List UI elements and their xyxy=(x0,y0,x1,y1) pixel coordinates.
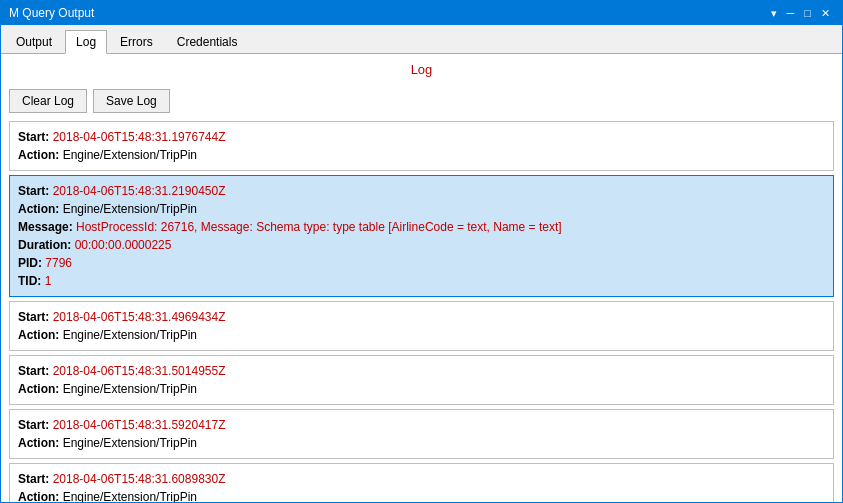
window-title: M Query Output xyxy=(9,6,94,20)
log-field-label: Start: xyxy=(18,130,53,144)
save-log-button[interactable]: Save Log xyxy=(93,89,170,113)
tab-output[interactable]: Output xyxy=(5,30,63,54)
log-field-value: 1 xyxy=(45,274,52,288)
log-field-value: 00:00:00.0000225 xyxy=(75,238,172,252)
log-field-label: Start: xyxy=(18,310,53,324)
log-field-value: HostProcessId: 26716, Message: Schema ty… xyxy=(76,220,562,234)
content-area: Log Clear Log Save Log Start: 2018-04-06… xyxy=(1,54,842,502)
title-bar-controls: ▾ ─ □ ✕ xyxy=(767,5,834,21)
tab-credentials[interactable]: Credentials xyxy=(166,30,249,54)
tab-bar: Output Log Errors Credentials xyxy=(1,25,842,54)
minimize-button[interactable]: ─ xyxy=(783,5,799,21)
log-container[interactable]: Start: 2018-04-06T15:48:31.1976744ZActio… xyxy=(1,121,842,502)
log-field-label: Start: xyxy=(18,184,53,198)
log-field-value: 2018-04-06T15:48:31.1976744Z xyxy=(53,130,226,144)
log-field-value: 2018-04-06T15:48:31.4969434Z xyxy=(53,310,226,324)
log-field-label: Start: xyxy=(18,472,53,486)
log-field-label: Message: xyxy=(18,220,76,234)
toolbar: Clear Log Save Log xyxy=(1,85,842,121)
log-field-value: 2018-04-06T15:48:31.5920417Z xyxy=(53,418,226,432)
clear-log-button[interactable]: Clear Log xyxy=(9,89,87,113)
log-field-label: Action: xyxy=(18,148,63,162)
log-field-value: Engine/Extension/TripPin xyxy=(63,436,197,450)
log-field-label: Action: xyxy=(18,202,63,216)
log-field-value: 2018-04-06T15:48:31.6089830Z xyxy=(53,472,226,486)
log-field-value: 7796 xyxy=(45,256,72,270)
restore-button[interactable]: ▾ xyxy=(767,5,781,21)
main-window: M Query Output ▾ ─ □ ✕ Output Log Errors… xyxy=(0,0,843,503)
log-field-label: TID: xyxy=(18,274,45,288)
log-field-value: Engine/Extension/TripPin xyxy=(63,202,197,216)
log-field-value: 2018-04-06T15:48:31.5014955Z xyxy=(53,364,226,378)
maximize-button[interactable]: □ xyxy=(800,5,815,21)
log-entry[interactable]: Start: 2018-04-06T15:48:31.2190450ZActio… xyxy=(9,175,834,297)
log-field-label: Duration: xyxy=(18,238,75,252)
log-field-value: Engine/Extension/TripPin xyxy=(63,148,197,162)
close-button[interactable]: ✕ xyxy=(817,5,834,21)
tab-errors[interactable]: Errors xyxy=(109,30,164,54)
log-heading: Log xyxy=(1,54,842,85)
tab-log[interactable]: Log xyxy=(65,30,107,54)
log-field-value: Engine/Extension/TripPin xyxy=(63,382,197,396)
log-entry[interactable]: Start: 2018-04-06T15:48:31.4969434ZActio… xyxy=(9,301,834,351)
log-field-label: Action: xyxy=(18,382,63,396)
log-field-value: Engine/Extension/TripPin xyxy=(63,328,197,342)
log-field-label: Start: xyxy=(18,418,53,432)
log-entry[interactable]: Start: 2018-04-06T15:48:31.5920417ZActio… xyxy=(9,409,834,459)
log-field-value: Engine/Extension/TripPin xyxy=(63,490,197,502)
log-entry[interactable]: Start: 2018-04-06T15:48:31.1976744ZActio… xyxy=(9,121,834,171)
log-entry[interactable]: Start: 2018-04-06T15:48:31.5014955ZActio… xyxy=(9,355,834,405)
log-field-label: Action: xyxy=(18,436,63,450)
log-field-label: Start: xyxy=(18,364,53,378)
log-entry[interactable]: Start: 2018-04-06T15:48:31.6089830ZActio… xyxy=(9,463,834,502)
log-field-label: PID: xyxy=(18,256,45,270)
log-field-label: Action: xyxy=(18,328,63,342)
log-field-label: Action: xyxy=(18,490,63,502)
title-bar: M Query Output ▾ ─ □ ✕ xyxy=(1,1,842,25)
log-field-value: 2018-04-06T15:48:31.2190450Z xyxy=(53,184,226,198)
